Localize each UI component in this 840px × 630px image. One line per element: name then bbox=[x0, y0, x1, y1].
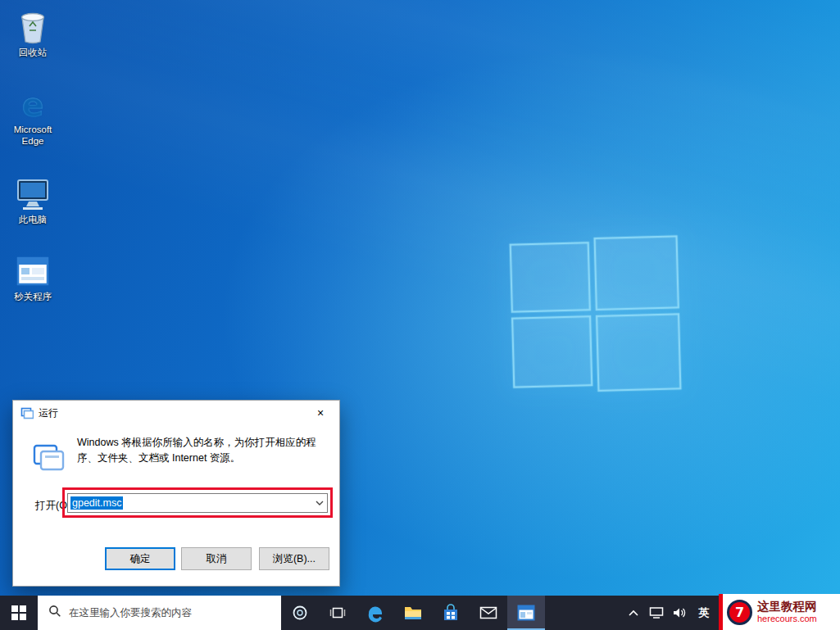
run-input-value: gpedit.msc bbox=[70, 496, 123, 510]
run-command-input[interactable]: gpedit.msc bbox=[67, 493, 328, 513]
microsoft-store-button[interactable] bbox=[432, 596, 470, 630]
taskbar-search[interactable]: 在这里输入你要搜索的内容 bbox=[38, 596, 281, 630]
desktop-icon-label: 回收站 bbox=[2, 47, 63, 58]
console-window-icon bbox=[517, 605, 535, 621]
desktop-icon-recycle-bin[interactable]: 回收站 bbox=[2, 7, 63, 58]
mail-icon bbox=[479, 605, 497, 620]
network-pc-icon bbox=[649, 606, 664, 619]
volume-button[interactable] bbox=[668, 596, 691, 630]
tray-overflow-button[interactable] bbox=[622, 596, 645, 630]
run-dialog-icon bbox=[33, 442, 66, 475]
chevron-down-icon[interactable] bbox=[311, 494, 327, 512]
watermark-logo-icon bbox=[727, 600, 752, 625]
recycle-bin-icon bbox=[2, 7, 63, 44]
search-placeholder: 在这里输入你要搜索的内容 bbox=[69, 606, 192, 620]
windows-wallpaper-logo bbox=[508, 233, 684, 395]
active-app-button[interactable] bbox=[507, 596, 545, 630]
dialog-titlebar: 运行 × bbox=[13, 401, 339, 425]
watermark: 这里教程网 herecours.com bbox=[719, 594, 840, 630]
run-titlebar-icon bbox=[20, 406, 34, 419]
annotation-highlight: gpedit.msc bbox=[62, 487, 333, 518]
edge-icon bbox=[2, 84, 63, 121]
dialog-description: Windows 将根据你所输入的名称，为你打开相应的程序、文件夹、文档或 Int… bbox=[77, 435, 326, 467]
desktop-icon-label: 此电脑 bbox=[2, 214, 63, 225]
speaker-icon bbox=[672, 606, 687, 619]
desktop-icon-edge[interactable]: Microsoft Edge bbox=[2, 84, 63, 147]
desktop-icon-this-pc[interactable]: 此电脑 bbox=[2, 174, 63, 225]
edge-icon bbox=[366, 603, 385, 623]
ok-button[interactable]: 确定 bbox=[105, 547, 175, 570]
dialog-title: 运行 bbox=[39, 406, 302, 420]
browse-button[interactable]: 浏览(B)... bbox=[259, 547, 329, 570]
chevron-up-icon bbox=[628, 609, 639, 617]
close-icon[interactable]: × bbox=[302, 401, 339, 425]
system-tray: 英 bbox=[622, 596, 717, 630]
task-view-icon bbox=[329, 605, 346, 621]
network-button[interactable] bbox=[645, 596, 668, 630]
taskbar-spacer bbox=[545, 596, 622, 630]
edge-taskbar-button[interactable] bbox=[356, 596, 394, 630]
desktop-icon-label: Microsoft Edge bbox=[2, 124, 63, 147]
windows-logo-icon bbox=[11, 605, 26, 620]
watermark-title: 这里教程网 bbox=[757, 600, 817, 614]
cortana-button[interactable] bbox=[281, 596, 319, 630]
taskbar: 在这里输入你要搜索的内容 bbox=[0, 596, 840, 630]
cancel-button[interactable]: 取消 bbox=[181, 547, 252, 570]
light-beam bbox=[0, 0, 840, 454]
task-view-button[interactable] bbox=[319, 596, 356, 630]
desktop-icon-program[interactable]: 秒关程序 bbox=[2, 251, 63, 302]
run-dialog: 运行 × Windows 将根据你所输入的名称，为你打开相应的程序、文件夹、文档… bbox=[12, 400, 340, 587]
watermark-url: herecours.com bbox=[757, 614, 817, 624]
file-explorer-button[interactable] bbox=[394, 596, 432, 630]
app-window-icon bbox=[2, 251, 63, 288]
ime-indicator[interactable]: 英 bbox=[691, 596, 717, 630]
cortana-icon bbox=[292, 605, 308, 621]
start-button[interactable] bbox=[0, 596, 38, 630]
folder-icon bbox=[403, 604, 423, 622]
desktop-icon-label: 秒关程序 bbox=[2, 291, 63, 302]
computer-icon bbox=[2, 174, 63, 211]
store-icon bbox=[442, 603, 460, 623]
light-beam bbox=[0, 0, 840, 292]
mail-button[interactable] bbox=[470, 596, 507, 630]
search-icon bbox=[48, 605, 61, 621]
